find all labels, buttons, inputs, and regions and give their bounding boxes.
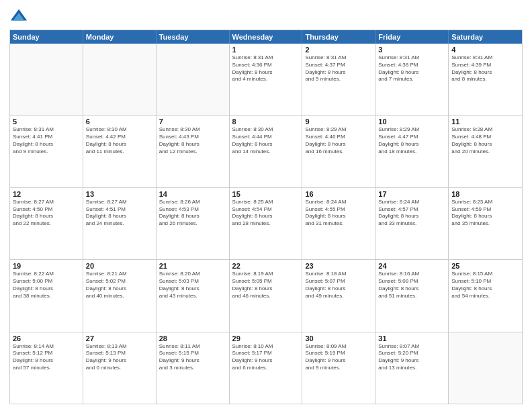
cell-info: Sunrise: 8:31 AM Sunset: 4:36 PM Dayligh… xyxy=(232,54,300,83)
calendar-cell xyxy=(10,44,83,115)
cell-info: Sunrise: 8:18 AM Sunset: 5:07 PM Dayligh… xyxy=(305,271,372,300)
calendar-cell: 2Sunrise: 8:31 AM Sunset: 4:37 PM Daylig… xyxy=(302,44,375,115)
calendar-row-4: 26Sunrise: 8:14 AM Sunset: 5:12 PM Dayli… xyxy=(10,332,522,404)
cell-info: Sunrise: 8:30 AM Sunset: 4:44 PM Dayligh… xyxy=(232,126,300,155)
calendar-cell xyxy=(157,44,230,115)
calendar-body: 1Sunrise: 8:31 AM Sunset: 4:36 PM Daylig… xyxy=(10,44,522,404)
calendar-cell: 7Sunrise: 8:30 AM Sunset: 4:43 PM Daylig… xyxy=(157,116,230,187)
day-header-friday: Friday xyxy=(375,30,449,44)
calendar-cell: 4Sunrise: 8:31 AM Sunset: 4:39 PM Daylig… xyxy=(449,44,522,115)
cell-info: Sunrise: 8:23 AM Sunset: 4:59 PM Dayligh… xyxy=(451,199,519,228)
cell-info: Sunrise: 8:09 AM Sunset: 5:19 PM Dayligh… xyxy=(305,343,372,372)
day-number: 20 xyxy=(86,262,153,270)
day-number: 22 xyxy=(232,262,300,270)
cell-info: Sunrise: 8:24 AM Sunset: 4:57 PM Dayligh… xyxy=(378,199,445,228)
calendar-cell: 12Sunrise: 8:27 AM Sunset: 4:50 PM Dayli… xyxy=(10,188,83,259)
day-number: 19 xyxy=(13,262,80,270)
day-number: 2 xyxy=(305,46,372,54)
calendar-cell: 11Sunrise: 8:28 AM Sunset: 4:48 PM Dayli… xyxy=(449,116,522,187)
day-number: 1 xyxy=(232,46,300,54)
calendar-cell: 24Sunrise: 8:16 AM Sunset: 5:08 PM Dayli… xyxy=(375,260,449,331)
calendar-cell: 19Sunrise: 8:22 AM Sunset: 5:00 PM Dayli… xyxy=(10,260,83,331)
cell-info: Sunrise: 8:27 AM Sunset: 4:51 PM Dayligh… xyxy=(86,199,153,228)
calendar-cell: 31Sunrise: 8:07 AM Sunset: 5:20 PM Dayli… xyxy=(375,332,449,404)
day-number: 12 xyxy=(13,190,80,198)
calendar-cell: 15Sunrise: 8:25 AM Sunset: 4:54 PM Dayli… xyxy=(230,188,303,259)
calendar-row-1: 5Sunrise: 8:31 AM Sunset: 4:41 PM Daylig… xyxy=(10,115,522,187)
day-number: 27 xyxy=(86,334,153,342)
calendar-cell: 23Sunrise: 8:18 AM Sunset: 5:07 PM Dayli… xyxy=(302,260,375,331)
day-number: 11 xyxy=(451,118,519,126)
cell-info: Sunrise: 8:29 AM Sunset: 4:46 PM Dayligh… xyxy=(305,126,372,155)
day-number: 26 xyxy=(13,334,80,342)
day-number: 10 xyxy=(378,118,445,126)
day-header-sunday: Sunday xyxy=(10,30,83,44)
day-number: 30 xyxy=(305,334,372,342)
cell-info: Sunrise: 8:25 AM Sunset: 4:54 PM Dayligh… xyxy=(232,199,300,228)
cell-info: Sunrise: 8:31 AM Sunset: 4:38 PM Dayligh… xyxy=(378,54,445,83)
day-number: 4 xyxy=(451,46,519,54)
day-number: 25 xyxy=(451,262,519,270)
day-number: 24 xyxy=(378,262,445,270)
header xyxy=(9,7,523,26)
calendar-cell: 1Sunrise: 8:31 AM Sunset: 4:36 PM Daylig… xyxy=(230,44,303,115)
day-header-monday: Monday xyxy=(83,30,157,44)
cell-info: Sunrise: 8:10 AM Sunset: 5:17 PM Dayligh… xyxy=(232,343,300,372)
calendar-cell: 25Sunrise: 8:15 AM Sunset: 5:10 PM Dayli… xyxy=(449,260,522,331)
calendar-cell: 20Sunrise: 8:21 AM Sunset: 5:02 PM Dayli… xyxy=(83,260,157,331)
cell-info: Sunrise: 8:15 AM Sunset: 5:10 PM Dayligh… xyxy=(451,271,519,300)
cell-info: Sunrise: 8:16 AM Sunset: 5:08 PM Dayligh… xyxy=(378,271,445,300)
calendar-cell: 8Sunrise: 8:30 AM Sunset: 4:44 PM Daylig… xyxy=(230,116,303,187)
calendar-cell xyxy=(449,332,522,404)
calendar-cell: 14Sunrise: 8:26 AM Sunset: 4:53 PM Dayli… xyxy=(157,188,230,259)
calendar-cell xyxy=(83,44,157,115)
day-header-thursday: Thursday xyxy=(302,30,375,44)
cell-info: Sunrise: 8:30 AM Sunset: 4:42 PM Dayligh… xyxy=(86,126,153,155)
cell-info: Sunrise: 8:11 AM Sunset: 5:15 PM Dayligh… xyxy=(159,343,226,372)
calendar-header: SundayMondayTuesdayWednesdayThursdayFrid… xyxy=(10,30,522,44)
calendar-cell: 3Sunrise: 8:31 AM Sunset: 4:38 PM Daylig… xyxy=(375,44,449,115)
calendar-row-0: 1Sunrise: 8:31 AM Sunset: 4:36 PM Daylig… xyxy=(10,44,522,115)
cell-info: Sunrise: 8:07 AM Sunset: 5:20 PM Dayligh… xyxy=(378,343,445,372)
calendar-cell: 22Sunrise: 8:19 AM Sunset: 5:05 PM Dayli… xyxy=(230,260,303,331)
cell-info: Sunrise: 8:19 AM Sunset: 5:05 PM Dayligh… xyxy=(232,271,300,300)
calendar-cell: 13Sunrise: 8:27 AM Sunset: 4:51 PM Dayli… xyxy=(83,188,157,259)
cell-info: Sunrise: 8:31 AM Sunset: 4:41 PM Dayligh… xyxy=(13,126,80,155)
cell-info: Sunrise: 8:30 AM Sunset: 4:43 PM Dayligh… xyxy=(159,126,226,155)
cell-info: Sunrise: 8:26 AM Sunset: 4:53 PM Dayligh… xyxy=(159,199,226,228)
day-number: 21 xyxy=(159,262,226,270)
day-header-wednesday: Wednesday xyxy=(230,30,303,44)
calendar-cell: 16Sunrise: 8:24 AM Sunset: 4:55 PM Dayli… xyxy=(302,188,375,259)
day-number: 5 xyxy=(13,118,80,126)
day-header-tuesday: Tuesday xyxy=(157,30,230,44)
cell-info: Sunrise: 8:27 AM Sunset: 4:50 PM Dayligh… xyxy=(13,199,80,228)
day-number: 15 xyxy=(232,190,300,198)
day-number: 9 xyxy=(305,118,372,126)
calendar-cell: 28Sunrise: 8:11 AM Sunset: 5:15 PM Dayli… xyxy=(157,332,230,404)
day-number: 7 xyxy=(159,118,226,126)
calendar-cell: 9Sunrise: 8:29 AM Sunset: 4:46 PM Daylig… xyxy=(302,116,375,187)
calendar-cell: 27Sunrise: 8:13 AM Sunset: 5:13 PM Dayli… xyxy=(83,332,157,404)
calendar-cell: 6Sunrise: 8:30 AM Sunset: 4:42 PM Daylig… xyxy=(83,116,157,187)
day-number: 28 xyxy=(159,334,226,342)
day-number: 3 xyxy=(378,46,445,54)
calendar-cell: 21Sunrise: 8:20 AM Sunset: 5:03 PM Dayli… xyxy=(157,260,230,331)
calendar-cell: 30Sunrise: 8:09 AM Sunset: 5:19 PM Dayli… xyxy=(302,332,375,404)
cell-info: Sunrise: 8:28 AM Sunset: 4:48 PM Dayligh… xyxy=(451,126,519,155)
calendar-cell: 18Sunrise: 8:23 AM Sunset: 4:59 PM Dayli… xyxy=(449,188,522,259)
calendar-cell: 5Sunrise: 8:31 AM Sunset: 4:41 PM Daylig… xyxy=(10,116,83,187)
calendar-row-2: 12Sunrise: 8:27 AM Sunset: 4:50 PM Dayli… xyxy=(10,187,522,259)
day-number: 16 xyxy=(305,190,372,198)
day-number: 14 xyxy=(159,190,226,198)
day-header-saturday: Saturday xyxy=(449,30,522,44)
calendar-cell: 29Sunrise: 8:10 AM Sunset: 5:17 PM Dayli… xyxy=(230,332,303,404)
day-number: 13 xyxy=(86,190,153,198)
cell-info: Sunrise: 8:24 AM Sunset: 4:55 PM Dayligh… xyxy=(305,199,372,228)
calendar-cell: 17Sunrise: 8:24 AM Sunset: 4:57 PM Dayli… xyxy=(375,188,449,259)
cell-info: Sunrise: 8:29 AM Sunset: 4:47 PM Dayligh… xyxy=(378,126,445,155)
logo-icon xyxy=(9,7,28,26)
cell-info: Sunrise: 8:31 AM Sunset: 4:37 PM Dayligh… xyxy=(305,54,372,83)
cell-info: Sunrise: 8:20 AM Sunset: 5:03 PM Dayligh… xyxy=(159,271,226,300)
logo xyxy=(9,7,31,26)
day-number: 18 xyxy=(451,190,519,198)
